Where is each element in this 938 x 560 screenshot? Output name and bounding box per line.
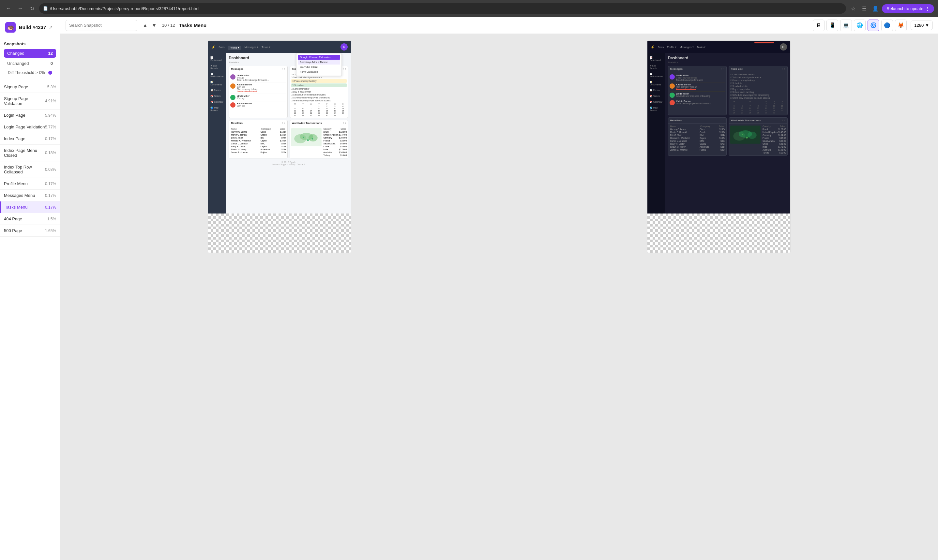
snapshot-item-pct: 4.91% xyxy=(45,99,56,103)
dropdown-item-youtube: YouTube Client xyxy=(298,65,340,69)
tablet-device-button[interactable]: 💻 xyxy=(840,20,852,31)
snapshot-item-pct: 1.65% xyxy=(45,229,56,233)
snapshot-item-name: Messages Menu xyxy=(4,193,45,198)
snapshot-item[interactable]: Profile Menu 0.17% xyxy=(0,178,60,190)
snapshot-item[interactable]: Tasks Menu 0.17% xyxy=(0,202,60,213)
url-text: /Users/rushabh/Documents/Projects/percy-… xyxy=(50,6,842,11)
firefox-browser-button[interactable]: 🦊 xyxy=(895,20,907,31)
snapshot-item-name: Login Page Validation xyxy=(4,125,45,129)
diff-dot xyxy=(48,71,52,75)
snapshots-section: Snapshots Changed 12 Unchanged 0 Diff Th… xyxy=(0,38,60,81)
snapshot-item-pct: 0.17% xyxy=(45,182,56,186)
chevron-down-icon: ▼ xyxy=(925,23,929,28)
snapshot-item[interactable]: Messages Menu 0.17% xyxy=(0,190,60,202)
back-button[interactable]: ← xyxy=(4,4,13,13)
app-layout: 🦔 Build #4237 ↗ Snapshots Changed 12 Unc… xyxy=(0,17,938,560)
prev-snapshot-button[interactable]: ▲ xyxy=(141,21,149,30)
svg-point-10 xyxy=(747,132,757,139)
svg-point-3 xyxy=(308,134,318,142)
snapshot-item-pct: 0.17% xyxy=(45,205,56,209)
right-transparent-area xyxy=(647,214,790,252)
snapshot-item-name: Login Page xyxy=(4,113,45,118)
snapshots-label: Snapshots xyxy=(4,42,56,46)
dropdown-item-chrome-extension: Google Chrome Extension xyxy=(298,55,340,60)
svg-point-6 xyxy=(311,138,313,140)
reload-button[interactable]: ↻ xyxy=(28,4,37,13)
svg-point-11 xyxy=(746,137,748,138)
snapshot-item[interactable]: Login Page 5.94% xyxy=(0,109,60,121)
profile-button[interactable]: 👤 xyxy=(871,4,880,13)
external-link-button[interactable]: ↗ xyxy=(49,25,53,30)
build-info: Build #4237 ↗ xyxy=(19,25,55,30)
diff-threshold: Diff Threashold > 0% xyxy=(4,68,56,78)
svg-point-12 xyxy=(742,134,743,135)
right-screenshot-panel: ⚡ Docs Profile ▾ Messages ▾ Tasks ▾ R xyxy=(500,34,938,560)
chromium-browser-button[interactable]: 🔵 xyxy=(881,20,893,31)
width-value: 1280 xyxy=(914,23,924,28)
chrome-browser-button[interactable]: 🌀 xyxy=(867,20,879,31)
diff-threshold-label: Diff Threashold xyxy=(8,71,34,75)
snapshot-item[interactable]: Signup Page Validation 4.91% xyxy=(0,93,60,109)
snapshot-item-name: Signup Page Validation xyxy=(4,96,45,106)
left-screenshot-panel: ⚡ Docs Profile ▾ Messages ▾ Tasks ▾ R xyxy=(60,34,499,560)
build-title: Build #4237 xyxy=(19,25,46,30)
sidebar-toggle-button[interactable]: ☰ xyxy=(860,4,869,13)
left-screenshot: ⚡ Docs Profile ▾ Messages ▾ Tasks ▾ R xyxy=(208,40,351,253)
next-snapshot-button[interactable]: ▼ xyxy=(150,21,158,30)
mobile-device-button[interactable]: 📱 xyxy=(826,20,838,31)
snapshot-list: Signup Page 5.3% Signup Page Validation … xyxy=(0,81,60,560)
sidebar: 🦔 Build #4237 ↗ Snapshots Changed 12 Unc… xyxy=(0,17,60,560)
snapshot-item-name: Tasks Menu xyxy=(5,205,45,209)
bookmark-button[interactable]: ☆ xyxy=(849,4,858,13)
menu-icon: ⋮ xyxy=(925,6,930,11)
snapshot-item[interactable]: 404 Page 1.5% xyxy=(0,213,60,225)
snapshot-item-pct: 5.3% xyxy=(47,85,56,89)
forward-button[interactable]: → xyxy=(15,4,25,13)
snapshot-item-pct: 0.17% xyxy=(45,137,56,141)
main-content: ▲ ▼ 10 / 12 Tasks Menu 🖥📱💻🌐🌀🔵🦊 1280 ▼ xyxy=(60,17,938,560)
dropdown-overlay: Google Chrome Extension Bootstrap Admin … xyxy=(296,53,342,76)
width-selector[interactable]: 1280 ▼ xyxy=(910,20,933,30)
unchanged-label: Unchanged xyxy=(7,61,29,66)
snapshot-item[interactable]: Signup Page 5.3% xyxy=(0,81,60,93)
svg-point-5 xyxy=(303,137,304,138)
diff-threshold-gt: > xyxy=(35,71,38,75)
snapshot-page-title: Tasks Menu xyxy=(179,23,206,28)
lock-icon: 📄 xyxy=(43,6,48,11)
snapshot-item-name: Index Page Menu Closed xyxy=(4,148,45,158)
snapshot-item-name: Index Page xyxy=(4,136,45,141)
snapshot-counter: 10 / 12 xyxy=(162,23,175,28)
snapshot-item-pct: 1.5% xyxy=(47,217,56,222)
relaunch-button[interactable]: Relaunch to update ⋮ xyxy=(882,4,934,13)
snapshot-item-name: Profile Menu xyxy=(4,181,45,186)
filter-changed-button[interactable]: Changed 12 xyxy=(4,49,56,58)
browser-actions: ☆ ☰ 👤 Relaunch to update ⋮ xyxy=(849,4,934,13)
device-icons: 🖥📱💻🌐🌀🔵🦊 xyxy=(813,20,907,31)
search-input[interactable] xyxy=(66,20,137,31)
left-transparent-area xyxy=(208,214,351,252)
logo-icon: 🦔 xyxy=(7,24,14,31)
snapshot-item-name: Signup Page xyxy=(4,85,47,89)
snapshot-item[interactable]: Index Top Row Collapsed 0.08% xyxy=(0,162,60,178)
desktop-device-button[interactable]: 🖥 xyxy=(813,20,824,31)
snapshot-item[interactable]: 500 Page 1.65% xyxy=(0,225,60,237)
snapshot-item-name: Index Top Row Collapsed xyxy=(4,165,45,174)
globe-browser-button[interactable]: 🌐 xyxy=(854,20,866,31)
filter-unchanged-button[interactable]: Unchanged 0 xyxy=(4,59,56,68)
snapshot-item-pct: 0.08% xyxy=(45,167,56,172)
dropdown-item-form: Form Validation xyxy=(298,69,340,74)
snapshot-item[interactable]: Login Page Validation 5.77% xyxy=(0,121,60,133)
snapshot-item[interactable]: Index Page Menu Closed 0.18% xyxy=(0,145,60,162)
changed-count: 12 xyxy=(48,51,53,56)
percy-logo: 🦔 xyxy=(5,22,15,32)
snapshot-item-pct: 0.17% xyxy=(45,193,56,198)
snapshot-item-name: 404 Page xyxy=(4,217,47,222)
dropdown-item-bootstrap: Bootstrap Admin Theme xyxy=(298,60,340,65)
address-bar[interactable]: 📄 /Users/rushabh/Documents/Projects/perc… xyxy=(39,3,846,14)
browser-chrome: ← → ↻ 📄 /Users/rushabh/Documents/Project… xyxy=(0,0,938,17)
content-area: ⚡ Docs Profile ▾ Messages ▾ Tasks ▾ R xyxy=(60,34,938,560)
diff-threshold-val: 0% xyxy=(39,71,45,75)
svg-point-4 xyxy=(307,139,309,141)
nav-arrows: ▲ ▼ xyxy=(141,21,158,30)
snapshot-item[interactable]: Index Page 0.17% xyxy=(0,133,60,145)
